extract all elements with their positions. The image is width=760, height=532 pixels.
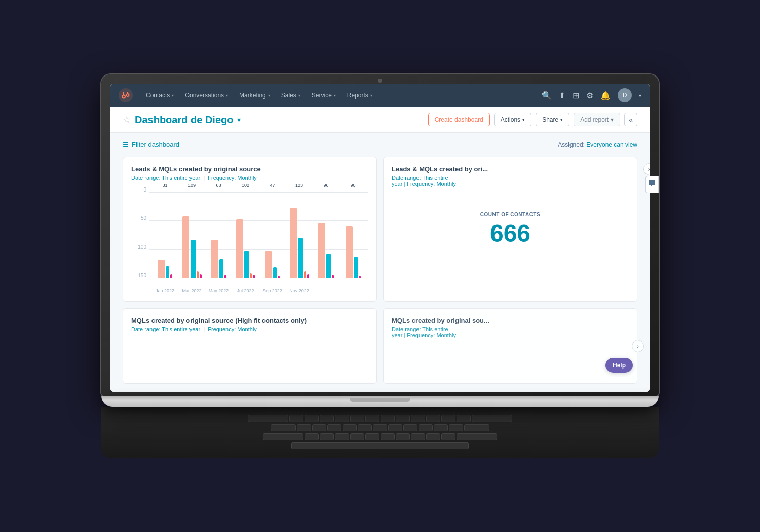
chevron-down-icon: ▾ [226, 93, 228, 98]
count-value: 666 [490, 221, 530, 246]
bar-jul-orange [250, 273, 252, 278]
dashboard-dropdown-icon[interactable]: ▾ [237, 116, 241, 124]
assigned-text: Assigned: Everyone can view [558, 141, 637, 148]
keyboard [101, 407, 659, 458]
favorite-star-icon[interactable]: ☆ [123, 114, 131, 125]
chat-icon-button[interactable] [645, 176, 650, 193]
notifications-icon[interactable]: 🔔 [600, 91, 611, 100]
bar-nov-pink [307, 274, 309, 279]
bar-jan-salmon [158, 260, 165, 278]
y-axis: 150 100 50 0 [131, 187, 146, 278]
chevron-down-icon: ▾ [268, 93, 270, 98]
top-nav: Contacts ▾ Conversations ▾ Marketing ▾ [110, 84, 650, 107]
collapse-panel-button[interactable]: » [643, 163, 650, 175]
dashboard-content: ☰ Filter dashboard Assigned: Everyone ca… [110, 133, 650, 392]
bar-nov-orange [304, 271, 306, 278]
grid-icon[interactable]: ⊞ [573, 91, 579, 100]
bar-mar-teal [191, 240, 196, 279]
card4-title: MQLs created by original sou... [392, 317, 629, 324]
bar-sep-salmon [265, 251, 272, 278]
next-page-button[interactable]: › [632, 340, 644, 352]
laptop-base [101, 396, 659, 407]
leads-mqls-chart-card: Leads & MQLs created by original source … [123, 157, 377, 302]
user-avatar[interactable]: D [618, 88, 632, 102]
bar-may-teal [219, 259, 223, 278]
nav-item-marketing[interactable]: Marketing ▾ [234, 89, 275, 102]
bar-group-extra1: 96 [315, 192, 337, 278]
bar-jan-teal [166, 266, 169, 278]
nav-item-sales[interactable]: Sales ▾ [276, 89, 306, 102]
hubspot-logo[interactable] [119, 88, 133, 102]
card3-subtitle: Date range: This entire year | Frequency… [131, 326, 368, 332]
bar-extra1-teal [326, 254, 331, 278]
account-chevron-icon[interactable]: ▾ [639, 93, 641, 98]
actions-button[interactable]: Actions ▾ [494, 113, 531, 126]
count-label: COUNT OF CONTACTS [480, 212, 540, 217]
bar-jan-pink [170, 274, 172, 279]
filter-dashboard-link[interactable]: ☰ Filter dashboard [123, 141, 179, 148]
settings-icon[interactable]: ⚙ [586, 91, 593, 100]
nav-item-service[interactable]: Service ▾ [307, 89, 341, 102]
nav-item-contacts[interactable]: Contacts ▾ [141, 89, 179, 102]
bar-extra1-salmon [318, 223, 325, 278]
chevron-down-icon: ▾ [370, 93, 372, 98]
x-labels: Jan 2022 Mar 2022 May 2022 Jul 2022 Sep … [149, 288, 368, 293]
bar-jul-salmon [236, 219, 243, 278]
share-button[interactable]: Share ▾ [536, 113, 569, 126]
filter-bar: ☰ Filter dashboard Assigned: Everyone ca… [123, 141, 637, 148]
chart2-title: Leads & MQLs created by ori... [392, 165, 629, 173]
bar-extra2-pink [359, 276, 361, 278]
bar-sep-pink [278, 276, 280, 278]
dashboard-title-area: ☆ Dashboard de Diego ▾ [123, 114, 241, 126]
collapse-sidebar-button[interactable]: « [624, 113, 637, 126]
search-icon[interactable]: 🔍 [542, 91, 552, 100]
card3-content [131, 338, 368, 369]
dashboard-title: Dashboard de Diego [135, 114, 233, 126]
chevron-down-icon: ▾ [298, 93, 300, 98]
svg-point-0 [119, 88, 133, 102]
actions-caret-icon: ▾ [522, 117, 525, 122]
bar-jul-pink [253, 275, 255, 278]
bar-nov-salmon [290, 208, 297, 278]
assigned-link[interactable]: Everyone can view [586, 141, 637, 148]
header-actions: Create dashboard Actions ▾ Share ▾ [428, 113, 637, 126]
bar-chart: 150 100 50 0 [131, 187, 368, 293]
card3-title: MQLs created by original source (High fi… [131, 317, 368, 324]
bar-extra1-pink [332, 275, 334, 278]
filter-icon: ☰ [123, 141, 129, 148]
bars-area: 31 [149, 192, 368, 278]
hubspot-app: Contacts ▾ Conversations ▾ Marketing ▾ [110, 84, 650, 392]
nav-item-conversations[interactable]: Conversations ▾ [180, 89, 233, 102]
chevron-down-icon: ▾ [172, 93, 174, 98]
card4-subtitle: Date range: This entire year | Frequency… [392, 326, 629, 338]
bar-group-nov: 123 [288, 192, 311, 278]
bar-may-salmon [211, 240, 218, 279]
bar-mar-pink [200, 274, 202, 279]
nav-right-icons: 🔍 ⬆ ⊞ ⚙ 🔔 D ▾ [542, 88, 641, 102]
leads-mqls-count-card: Leads & MQLs created by ori... Date rang… [383, 157, 637, 302]
add-report-caret-icon: ▾ [611, 116, 614, 123]
chart1-subtitle: Date range: This entire year | Frequency… [131, 175, 368, 181]
count-display: COUNT OF CONTACTS 666 [392, 193, 629, 264]
chart2-subtitle: Date range: This entire year | Frequency… [392, 175, 629, 187]
upload-icon[interactable]: ⬆ [559, 91, 565, 100]
add-report-button[interactable]: Add report ▾ [574, 113, 620, 126]
chart1-title: Leads & MQLs created by original source [131, 165, 368, 173]
nav-item-reports[interactable]: Reports ▾ [342, 89, 377, 102]
bar-extra2-teal [354, 257, 358, 279]
bar-mar-orange [197, 271, 199, 278]
nav-items: Contacts ▾ Conversations ▾ Marketing ▾ [141, 89, 542, 102]
bar-group-mar: 109 [180, 192, 203, 278]
bar-group-jan: 31 [154, 192, 176, 278]
card4-content [392, 345, 629, 375]
bar-nov-teal [298, 238, 303, 278]
bar-mar-salmon [182, 216, 189, 278]
bar-extra2-salmon [346, 226, 353, 278]
create-dashboard-button[interactable]: Create dashboard [428, 113, 490, 126]
chevron-down-icon: ▾ [334, 93, 336, 98]
help-button[interactable]: Help [605, 358, 633, 373]
bar-sep-teal [273, 267, 277, 278]
bar-jul-teal [244, 251, 249, 278]
mqls-source-count-card: MQLs created by original sou... Date ran… [383, 308, 637, 384]
cards-grid: Leads & MQLs created by original source … [123, 157, 637, 384]
